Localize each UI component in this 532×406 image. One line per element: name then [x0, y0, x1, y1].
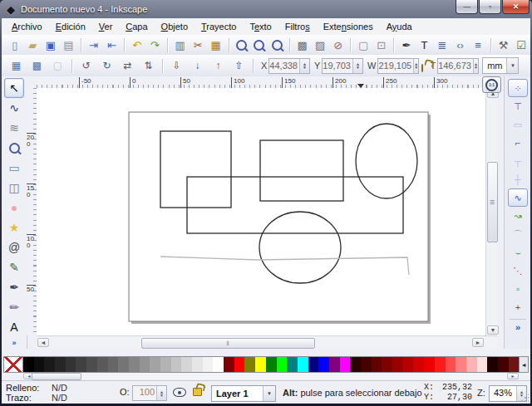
palette-swatch-35[interactable] [392, 357, 403, 372]
ellipse-tool[interactable]: ● [4, 198, 24, 218]
flip-vertical[interactable]: ⇅ [139, 57, 158, 75]
opacity-spinner[interactable]: ▲▼ [156, 386, 166, 400]
lock-dimensions-toggle[interactable] [421, 64, 423, 72]
menu-capa[interactable]: Capa [119, 19, 154, 35]
snap-cusp-nodes[interactable]: ⌒ [508, 225, 528, 243]
layer-dropdown[interactable]: Layer 1 ▼ [211, 385, 276, 402]
snap-bounding-box[interactable]: ⊤ [508, 97, 528, 115]
calligraphy-tool[interactable]: ✏ [4, 297, 24, 317]
flip-horizontal[interactable]: ⇄ [118, 57, 137, 75]
opacity-field[interactable]: 100 ▲▼ [132, 385, 167, 401]
fill-stroke-values[interactable]: N/D N/D [52, 383, 67, 403]
y-field-spinner[interactable]: ▲▼ [352, 59, 362, 73]
snap-line-midpoints[interactable]: ⋱ [508, 262, 528, 280]
snapbar-overflow-chevron[interactable]: » [515, 322, 520, 332]
palette-swatch-32[interactable] [361, 357, 372, 372]
palette-swatch-0[interactable] [23, 357, 34, 372]
group-objects[interactable]: ▢ [355, 37, 372, 54]
palette-swatch-23[interactable] [266, 357, 277, 372]
menu-filtros[interactable]: Filtros [278, 19, 317, 35]
palette-swatch-8[interactable] [108, 357, 119, 372]
menu-archivo[interactable]: Archivo [5, 19, 49, 35]
vertical-scrollbar[interactable]: ▲ ☰ ▼ [485, 88, 498, 335]
palette-swatch-28[interactable] [318, 357, 329, 372]
horizontal-scroll-thumb[interactable]: ⦀ [141, 338, 315, 349]
import-document[interactable]: ⇥ [86, 37, 102, 54]
palette-swatch-45[interactable] [498, 357, 509, 372]
palette-swatch-6[interactable] [86, 357, 97, 372]
ungroup-objects[interactable]: ⊡ [373, 37, 390, 54]
document-properties[interactable]: ☑ [513, 37, 530, 54]
x-field-spinner[interactable]: ▲▼ [299, 59, 309, 73]
bezier-pen-tool[interactable]: ✒ [4, 277, 24, 297]
palette-swatch-17[interactable] [203, 357, 214, 372]
palette-swatch-4[interactable] [66, 357, 76, 372]
y-field[interactable]: 19,703 ▲▼ [322, 58, 363, 74]
scroll-down-button[interactable]: ▼ [487, 325, 499, 335]
tweak-tool[interactable]: ≋ [4, 118, 24, 138]
palette-swatch-44[interactable] [487, 357, 498, 372]
align-dialog[interactable]: ≡ [470, 37, 486, 54]
close-button[interactable]: ✕ [502, 0, 530, 14]
create-clone[interactable]: ▨ [312, 37, 328, 54]
palette-swatch-29[interactable] [329, 357, 340, 372]
vertical-scroll-thumb[interactable]: ☰ [487, 162, 498, 242]
unit-dropdown[interactable]: mm ▼ [482, 57, 519, 74]
palette-swatch-13[interactable] [160, 357, 171, 372]
text-dialog[interactable]: T [416, 37, 433, 54]
xml-editor[interactable]: ‹› [452, 37, 469, 54]
selector-tool[interactable]: ↖ [4, 78, 24, 98]
menu-ver[interactable]: Ver [92, 19, 120, 35]
pencil-tool[interactable]: ✎ [4, 257, 24, 277]
x-field[interactable]: 44,338 ▲▼ [268, 58, 310, 74]
palette-swatch-36[interactable] [403, 357, 414, 372]
menu-extensiones[interactable]: Extensiones [317, 19, 380, 35]
layer-visibility-eye-icon[interactable] [173, 388, 186, 397]
snap-nodes-paths[interactable]: ∿ [508, 188, 528, 207]
undo[interactable]: ↶ [129, 37, 145, 54]
palette-swatch-3[interactable] [55, 357, 66, 372]
resize-grip[interactable] [520, 394, 529, 403]
palette-swatch-15[interactable] [181, 357, 192, 372]
save-document[interactable]: ▣ [42, 37, 59, 54]
lower-to-bottom[interactable]: ⇩ [167, 57, 186, 75]
fill-stroke-dialog[interactable]: ✒ [398, 37, 415, 54]
palette-swatch-5[interactable] [76, 357, 86, 372]
raise-one-step[interactable]: ↑ [209, 57, 228, 75]
unlink-clone[interactable]: ⊘ [330, 37, 347, 54]
zoom-tool[interactable] [4, 138, 24, 158]
toolbox-overflow-chevron[interactable]: » [12, 339, 16, 347]
spiral-tool[interactable]: @ [4, 237, 24, 257]
palette-swatch-42[interactable] [466, 357, 477, 372]
palette-strip-scroll-arrow[interactable]: ◄ [519, 357, 528, 372]
rotate-90-ccw[interactable]: ↺ [76, 57, 96, 75]
horizontal-scrollbar[interactable]: ◄ ⦀ ► [37, 335, 497, 350]
node-tool[interactable]: ∿ [4, 98, 24, 118]
menu-edicion[interactable]: Edición [49, 19, 92, 35]
zoom-to-page[interactable] [268, 37, 285, 54]
snap-object-centers[interactable]: ▫ [508, 280, 528, 298]
palette-scrollbar[interactable]: ◄ ► [23, 373, 519, 379]
palette-swatch-1[interactable] [34, 357, 45, 372]
snap-bbox-corners[interactable]: ⌐ [508, 134, 528, 152]
paste[interactable]: ▦ [208, 37, 224, 54]
palette-swatch-18[interactable] [213, 357, 224, 372]
duplicate[interactable]: ▩ [294, 37, 311, 54]
raise-to-top[interactable]: ⇧ [229, 57, 249, 75]
color-managed-display-toggle[interactable] [487, 337, 498, 348]
horizontal-ruler[interactable]: -50050100150200250300350 [37, 76, 484, 89]
zoom-to-drawing[interactable] [251, 37, 268, 54]
menu-objeto[interactable]: Objeto [155, 19, 195, 35]
h-field-spinner[interactable]: ▲▼ [473, 59, 478, 73]
palette-swatch-9[interactable] [118, 357, 129, 372]
palette-swatch-24[interactable] [277, 357, 288, 372]
palette-swatch-43[interactable] [477, 357, 488, 372]
snap-rotation-centers[interactable]: + [508, 298, 528, 316]
palette-swatch-37[interactable] [413, 357, 424, 372]
canvas[interactable] [37, 88, 485, 335]
palette-scroll-thumb[interactable] [32, 373, 81, 380]
lower-one-step[interactable]: ↓ [188, 57, 207, 75]
menu-trayecto[interactable]: Trayecto [195, 19, 243, 35]
enable-snapping[interactable]: ⁘ [508, 79, 528, 97]
snap-path-intersections[interactable]: ↝ [508, 207, 528, 225]
